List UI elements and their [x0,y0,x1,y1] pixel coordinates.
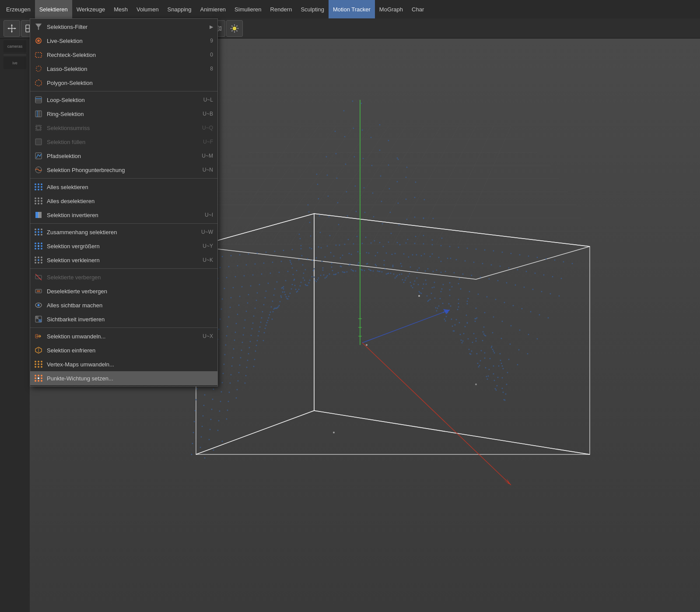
svg-line-39 [237,30,238,31]
svg-point-393 [288,296,290,297]
svg-point-131 [441,245,442,246]
svg-point-342 [501,338,502,339]
menu-item-live-selektion[interactable]: Live-Selektion 9 [30,34,217,48]
svg-point-380 [500,353,501,355]
menu-simulieren[interactable]: Simulieren [230,0,266,18]
menu-item-selektion-invertieren[interactable]: Selektion invertieren U~I [30,208,217,222]
menu-item-alles-deselektieren[interactable]: Alles deselektieren [30,194,217,208]
svg-point-214 [436,270,438,271]
menu-mograph[interactable]: MoGraph [375,0,407,18]
svg-point-109 [248,253,249,255]
svg-point-638 [221,391,222,393]
svg-point-489 [497,385,498,387]
svg-point-451 [480,360,481,362]
svg-point-192 [244,275,245,277]
menu-erzeugen[interactable]: Erzeugen [2,0,35,18]
menu-item-sichtbarkeit-invertieren[interactable]: Sichtbarkeit invertieren [30,312,217,326]
svg-point-126 [397,242,398,243]
menu-motiontracker[interactable]: Motion Tracker [329,0,375,18]
svg-point-516 [417,270,418,271]
menu-char[interactable]: Char [407,0,428,18]
menu-sculpting[interactable]: Sculpting [296,0,328,18]
svg-point-186 [552,276,553,278]
toolbar-move[interactable] [4,20,20,37]
svg-point-138 [502,252,503,253]
menu-item-ring-selektion[interactable]: Ring-Selektion U~B [30,107,217,121]
svg-point-475 [374,240,375,242]
svg-point-648 [308,211,310,213]
svg-point-257 [452,286,453,288]
menu-item-selektierte-verbergen[interactable]: Selektierte verbergen [30,270,217,284]
svg-point-548 [381,201,382,202]
menu-item-shortcut: U~X [203,333,213,339]
svg-point-197 [287,271,289,272]
menu-item-selektion-einfrieren[interactable]: Selektion einfrieren [30,343,217,357]
menu-item-selektion-verkleinern[interactable]: Selektion verkleinern U~K [30,253,217,267]
menu-item-rechteck-selektion[interactable]: Rechteck-Selektion 0 [30,48,217,62]
svg-point-353 [263,304,265,306]
svg-point-195 [270,273,271,274]
menu-item-alles-selektieren[interactable]: Alles selektieren [30,180,217,194]
menu-item-loop-selektion[interactable]: Loop-Selektion U~L [30,93,217,107]
menu-item-label: Alles selektieren [47,184,204,190]
menu-item-selektions-filter[interactable]: Selektions-Filter ▶ [30,20,217,34]
svg-point-592 [450,306,452,307]
svg-point-152 [255,264,256,265]
svg-point-467 [304,280,305,281]
menu-item-selektion-vergroessern[interactable]: Selektion vergrößern U~Y [30,239,217,253]
menu-rendern[interactable]: Rendern [266,0,297,18]
svg-point-235 [259,284,260,285]
svg-point-332 [413,284,415,285]
svg-point-581 [354,156,355,158]
svg-point-259 [469,291,470,292]
svg-point-615 [336,153,337,155]
svg-point-705 [254,359,256,360]
menu-item-zusammenhang[interactable]: Zusammenhang selektieren U~W [30,225,217,239]
menu-animieren[interactable]: Animieren [196,0,231,18]
menu-item-pfadselektion[interactable]: Pfadselektion U~M [30,149,217,163]
svg-point-417 [498,366,500,367]
menu-item-vertex-maps[interactable]: Vertex-Maps umwandeln... [30,357,217,371]
svg-point-387 [236,323,237,324]
svg-line-40 [237,25,238,26]
svg-point-354 [272,301,273,302]
menu-item-punkte-wichtung[interactable]: Punkte-Wichtung setzen... [30,371,217,385]
menu-werkzeuge[interactable]: Werkzeuge [72,0,110,18]
menu-selektieren[interactable]: Selektieren [35,0,72,18]
svg-point-362 [342,271,343,273]
svg-point-700 [210,419,212,420]
menu-item-phong[interactable]: Selektion Phongunterbrechung U~N [30,163,217,177]
menu-item-selektionsumriss[interactable]: Selektionsumriss U~Q [30,121,217,135]
svg-point-181 [508,267,510,269]
menu-volumen[interactable]: Volumen [132,0,163,18]
menu-item-lasso-selektion[interactable]: Lasso-Selektion 8 [30,62,217,76]
svg-point-326 [361,269,362,271]
svg-point-703 [237,389,238,390]
svg-point-145 [563,261,564,263]
menu-item-polygon-selektion[interactable]: Polygon-Selektion [30,76,217,90]
menu-snapping[interactable]: Snapping [163,0,196,18]
menu-item-selektion-umwandeln[interactable]: Selektion umwandeln... U~X [30,329,217,343]
svg-point-116 [309,247,311,249]
svg-point-167 [386,253,387,254]
menu-item-selektion-fuellen[interactable]: Selektion füllen U~F [30,135,217,149]
svg-point-249 [382,271,383,273]
svg-point-590 [433,271,434,272]
ring-icon [34,109,43,119]
svg-point-546 [364,187,365,189]
svg-point-708 [280,295,282,297]
svg-point-649 [317,184,318,185]
svg-point-274 [248,294,249,295]
svg-point-748 [366,344,368,346]
divider5 [30,327,217,328]
menu-item-shortcut: U~L [203,97,213,103]
toolbar-light-mode[interactable] [226,20,243,37]
svg-point-514 [399,244,401,246]
menu-item-alles-sichtbar[interactable]: Alles sichtbar machen [30,298,217,312]
menu-item-deselektierte-verbergen[interactable]: Deselektierte verbergen [30,284,217,298]
menu-mesh[interactable]: Mesh [109,0,132,18]
menu-item-label: Polygon-Selektion [47,80,204,86]
svg-point-577 [319,215,320,217]
svg-point-685 [398,159,399,160]
svg-point-398 [332,270,333,271]
